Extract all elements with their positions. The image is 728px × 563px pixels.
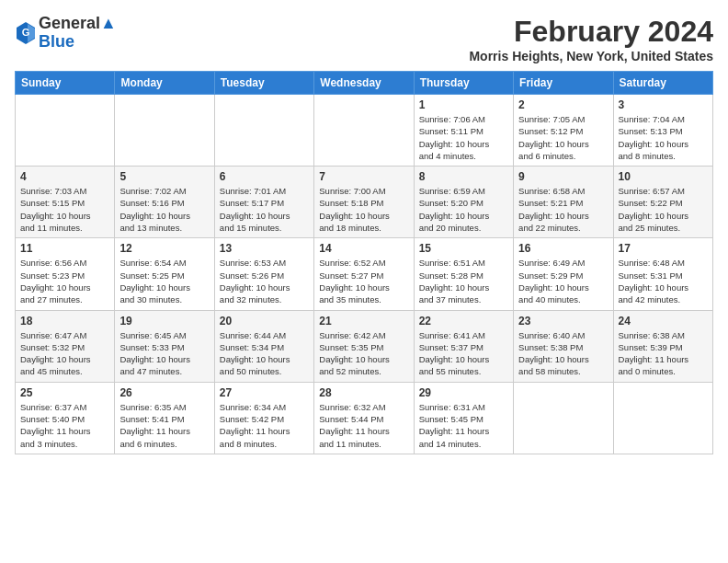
day-number: 8 — [419, 170, 508, 183]
day-info: Sunrise: 6:53 AMSunset: 5:26 PMDaylight:… — [220, 257, 309, 305]
calendar-cell: 19Sunrise: 6:45 AMSunset: 5:33 PMDayligh… — [115, 310, 214, 382]
day-info: Sunrise: 6:45 AMSunset: 5:33 PMDaylight:… — [119, 329, 209, 378]
day-number: 20 — [220, 315, 309, 327]
day-info: Sunrise: 6:32 AMSunset: 5:44 PMDaylight:… — [319, 401, 408, 450]
logo-blue: Blue — [39, 32, 74, 51]
day-info: Sunrise: 7:02 AMSunset: 5:16 PMDaylight:… — [119, 185, 209, 234]
logo-general: General — [39, 14, 100, 32]
day-info: Sunrise: 6:54 AMSunset: 5:25 PMDaylight:… — [119, 257, 209, 305]
day-info: Sunrise: 6:49 AMSunset: 5:29 PMDaylight:… — [518, 257, 608, 305]
calendar-cell: 29Sunrise: 6:31 AMSunset: 5:45 PMDayligh… — [414, 382, 513, 454]
day-info: Sunrise: 7:00 AMSunset: 5:18 PMDaylight:… — [319, 185, 408, 234]
day-number: 5 — [119, 170, 209, 183]
day-info: Sunrise: 6:51 AMSunset: 5:28 PMDaylight:… — [419, 257, 508, 305]
day-number: 24 — [619, 315, 708, 327]
calendar-cell: 27Sunrise: 6:34 AMSunset: 5:42 PMDayligh… — [214, 382, 313, 454]
day-info: Sunrise: 6:35 AMSunset: 5:41 PMDaylight:… — [119, 401, 209, 450]
page-header: G General▲ Blue February 2024 Morris Hei… — [15, 15, 713, 63]
calendar-header: SundayMondayTuesdayWednesdayThursdayFrid… — [16, 72, 713, 95]
day-info: Sunrise: 6:42 AMSunset: 5:35 PMDaylight:… — [319, 329, 408, 378]
day-number: 25 — [20, 386, 109, 399]
day-number: 6 — [220, 170, 309, 183]
calendar-cell: 7Sunrise: 7:00 AMSunset: 5:18 PMDaylight… — [314, 167, 414, 238]
calendar-cell: 28Sunrise: 6:32 AMSunset: 5:44 PMDayligh… — [314, 382, 414, 454]
calendar-cell: 8Sunrise: 6:59 AMSunset: 5:20 PMDaylight… — [414, 167, 513, 238]
day-number: 19 — [119, 315, 209, 327]
day-info: Sunrise: 6:31 AMSunset: 5:45 PMDaylight:… — [419, 401, 508, 450]
day-header-wednesday: Wednesday — [314, 72, 414, 95]
calendar-cell: 2Sunrise: 7:05 AMSunset: 5:12 PMDaylight… — [514, 95, 613, 167]
day-header-sunday: Sunday — [16, 72, 115, 95]
day-info: Sunrise: 7:05 AMSunset: 5:12 PMDaylight:… — [518, 113, 608, 162]
day-info: Sunrise: 6:41 AMSunset: 5:37 PMDaylight:… — [419, 329, 508, 378]
day-info: Sunrise: 6:47 AMSunset: 5:32 PMDaylight:… — [20, 329, 109, 378]
calendar-cell: 5Sunrise: 7:02 AMSunset: 5:16 PMDaylight… — [115, 167, 214, 238]
calendar-cell — [514, 382, 613, 454]
calendar-cell: 26Sunrise: 6:35 AMSunset: 5:41 PMDayligh… — [115, 382, 214, 454]
logo: G General▲ Blue — [15, 15, 117, 52]
svg-text:G: G — [22, 27, 30, 38]
calendar-cell: 23Sunrise: 6:40 AMSunset: 5:38 PMDayligh… — [514, 310, 613, 382]
day-info: Sunrise: 6:58 AMSunset: 5:21 PMDaylight:… — [518, 185, 608, 234]
calendar-cell — [613, 382, 712, 454]
calendar-cell: 15Sunrise: 6:51 AMSunset: 5:28 PMDayligh… — [414, 238, 513, 310]
day-info: Sunrise: 6:57 AMSunset: 5:22 PMDaylight:… — [619, 185, 708, 234]
calendar-cell: 24Sunrise: 6:38 AMSunset: 5:39 PMDayligh… — [613, 310, 712, 382]
logo-blue-text: ▲ — [100, 14, 117, 32]
calendar-cell: 6Sunrise: 7:01 AMSunset: 5:17 PMDaylight… — [214, 167, 313, 238]
calendar-cell: 25Sunrise: 6:37 AMSunset: 5:40 PMDayligh… — [16, 382, 115, 454]
day-header-thursday: Thursday — [414, 72, 513, 95]
day-header-saturday: Saturday — [613, 72, 712, 95]
day-number: 15 — [419, 242, 508, 255]
day-info: Sunrise: 6:37 AMSunset: 5:40 PMDaylight:… — [20, 401, 109, 450]
day-number: 16 — [518, 242, 608, 255]
calendar-cell: 17Sunrise: 6:48 AMSunset: 5:31 PMDayligh… — [613, 238, 712, 310]
calendar-cell: 12Sunrise: 6:54 AMSunset: 5:25 PMDayligh… — [115, 238, 214, 310]
calendar-cell: 16Sunrise: 6:49 AMSunset: 5:29 PMDayligh… — [514, 238, 613, 310]
day-number: 1 — [419, 98, 508, 111]
day-number: 2 — [518, 98, 608, 111]
day-number: 26 — [119, 386, 209, 399]
calendar-cell — [314, 95, 414, 167]
calendar-cell — [115, 95, 214, 167]
day-number: 4 — [20, 170, 109, 183]
day-number: 9 — [518, 170, 608, 183]
day-info: Sunrise: 7:04 AMSunset: 5:13 PMDaylight:… — [619, 113, 708, 162]
calendar-cell: 18Sunrise: 6:47 AMSunset: 5:32 PMDayligh… — [16, 310, 115, 382]
day-number: 29 — [419, 386, 508, 399]
day-number: 7 — [319, 170, 408, 183]
day-info: Sunrise: 6:52 AMSunset: 5:27 PMDaylight:… — [319, 257, 408, 305]
calendar-cell: 1Sunrise: 7:06 AMSunset: 5:11 PMDaylight… — [414, 95, 513, 167]
day-info: Sunrise: 6:44 AMSunset: 5:34 PMDaylight:… — [220, 329, 309, 378]
calendar-cell: 21Sunrise: 6:42 AMSunset: 5:35 PMDayligh… — [314, 310, 414, 382]
day-info: Sunrise: 6:56 AMSunset: 5:23 PMDaylight:… — [20, 257, 109, 305]
day-number: 28 — [319, 386, 408, 399]
calendar-cell: 11Sunrise: 6:56 AMSunset: 5:23 PMDayligh… — [16, 238, 115, 310]
calendar-cell — [16, 95, 115, 167]
day-number: 21 — [319, 315, 408, 327]
day-info: Sunrise: 7:03 AMSunset: 5:15 PMDaylight:… — [20, 185, 109, 234]
day-number: 27 — [220, 386, 309, 399]
title-area: February 2024 Morris Heights, New York, … — [469, 15, 713, 63]
calendar-cell: 14Sunrise: 6:52 AMSunset: 5:27 PMDayligh… — [314, 238, 414, 310]
calendar-cell: 4Sunrise: 7:03 AMSunset: 5:15 PMDaylight… — [16, 167, 115, 238]
calendar-cell: 20Sunrise: 6:44 AMSunset: 5:34 PMDayligh… — [214, 310, 313, 382]
main-title: February 2024 — [469, 15, 713, 49]
calendar-cell: 10Sunrise: 6:57 AMSunset: 5:22 PMDayligh… — [613, 167, 712, 238]
day-number: 23 — [518, 315, 608, 327]
calendar-cell: 13Sunrise: 6:53 AMSunset: 5:26 PMDayligh… — [214, 238, 313, 310]
day-number: 10 — [619, 170, 708, 183]
day-number: 13 — [220, 242, 309, 255]
subtitle: Morris Heights, New York, United States — [469, 49, 713, 63]
calendar-cell: 9Sunrise: 6:58 AMSunset: 5:21 PMDaylight… — [514, 167, 613, 238]
day-number: 12 — [119, 242, 209, 255]
day-info: Sunrise: 6:48 AMSunset: 5:31 PMDaylight:… — [619, 257, 708, 305]
day-number: 11 — [20, 242, 109, 255]
day-header-tuesday: Tuesday — [214, 72, 313, 95]
day-info: Sunrise: 6:40 AMSunset: 5:38 PMDaylight:… — [518, 329, 608, 378]
day-info: Sunrise: 6:38 AMSunset: 5:39 PMDaylight:… — [619, 329, 708, 378]
day-number: 14 — [319, 242, 408, 255]
day-info: Sunrise: 7:06 AMSunset: 5:11 PMDaylight:… — [419, 113, 508, 162]
calendar-cell: 3Sunrise: 7:04 AMSunset: 5:13 PMDaylight… — [613, 95, 712, 167]
day-number: 22 — [419, 315, 508, 327]
